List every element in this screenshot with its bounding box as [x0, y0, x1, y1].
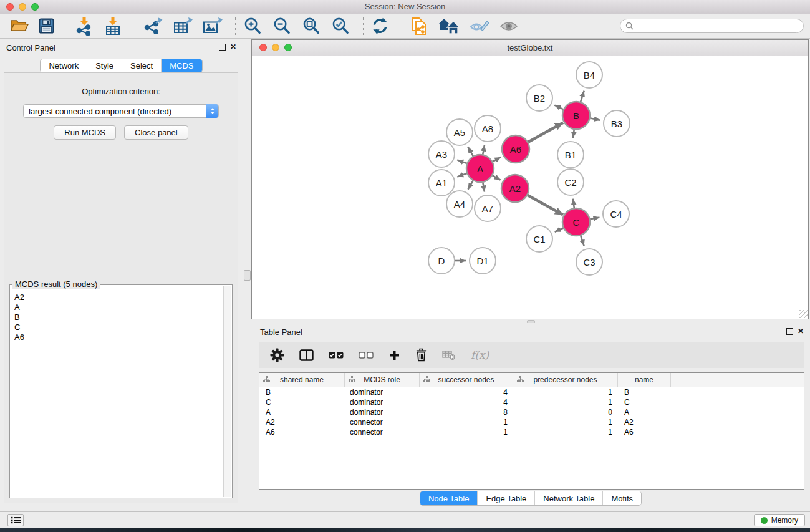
panel-divider[interactable]	[243, 39, 251, 511]
memory-status-button[interactable]: Memory	[754, 514, 805, 526]
zoom-selected-button[interactable]	[331, 16, 350, 36]
mcds-result-item[interactable]: B	[14, 312, 223, 322]
node-C[interactable]: C	[562, 208, 590, 236]
optimization-criterion-select[interactable]: largest connected component (directed)	[23, 104, 219, 118]
column-header-predecessor-nodes[interactable]: predecessor nodes	[513, 373, 618, 387]
edge-A-A1[interactable]	[457, 173, 467, 177]
edge-A-A4[interactable]	[468, 180, 474, 190]
function-builder-button[interactable]: f(x)	[471, 349, 489, 361]
close-panel-button[interactable]: ✕	[229, 42, 238, 51]
tab-mcds[interactable]: MCDS	[161, 59, 201, 72]
edge-C-C4[interactable]	[590, 217, 600, 219]
zoom-in-button[interactable]	[243, 16, 263, 36]
node-C1[interactable]: C1	[526, 226, 552, 252]
node-A8[interactable]: A8	[475, 115, 501, 142]
edge-A2-C[interactable]	[527, 195, 563, 215]
edge-A-A2[interactable]	[492, 175, 501, 180]
edge-A6-B[interactable]	[528, 123, 563, 143]
add-row-button[interactable]	[388, 349, 400, 361]
edge-A-A6[interactable]	[492, 157, 501, 162]
edge-C-C2[interactable]	[573, 199, 574, 209]
home-button[interactable]	[438, 18, 460, 34]
table-tab-edge-table[interactable]: Edge Table	[477, 491, 534, 505]
zoom-fit-button[interactable]	[302, 16, 321, 36]
table-row[interactable]: A2connector11A2	[259, 417, 804, 427]
mcds-result-item[interactable]: A2	[14, 293, 223, 302]
edge-A-A5[interactable]	[468, 147, 473, 157]
node-A1[interactable]: A1	[428, 170, 455, 196]
column-header-mcds-role[interactable]: MCDS role	[345, 373, 420, 387]
export-network-button[interactable]	[143, 17, 163, 36]
mcds-result-item[interactable]: C	[14, 322, 223, 332]
table-row[interactable]: Bdominator41B	[259, 387, 804, 397]
node-C3[interactable]: C3	[576, 249, 602, 275]
table-settings-button[interactable]	[270, 348, 284, 362]
table-row[interactable]: A6connector11A6	[259, 427, 804, 437]
zoom-out-button[interactable]	[272, 16, 292, 36]
column-header-shared-name[interactable]: shared name	[259, 373, 345, 387]
node-B4[interactable]: B4	[576, 62, 602, 88]
float-panel-button[interactable]	[218, 42, 226, 51]
run-mcds-button[interactable]: Run MCDS	[54, 125, 116, 140]
edge-A-A7[interactable]	[483, 182, 485, 192]
edge-B-B1[interactable]	[573, 129, 574, 138]
open-session-button[interactable]	[10, 18, 29, 34]
edge-B-B2[interactable]	[554, 105, 564, 110]
edge-C-C3[interactable]	[581, 235, 584, 246]
column-header-successor-nodes[interactable]: successor nodes	[420, 373, 513, 387]
table-tab-node-table[interactable]: Node Table	[420, 491, 478, 505]
refresh-view-button[interactable]	[371, 17, 389, 35]
export-image-button[interactable]	[203, 17, 223, 36]
edge-C-C1[interactable]	[555, 228, 564, 232]
search-input[interactable]	[637, 21, 795, 31]
edge-B-B3[interactable]	[590, 118, 600, 120]
table-row[interactable]: Adominator80A	[259, 407, 804, 417]
node-B2[interactable]: B2	[526, 85, 552, 111]
tab-style[interactable]: Style	[87, 59, 122, 72]
tab-network[interactable]: Network	[41, 59, 87, 72]
tab-select[interactable]: Select	[122, 59, 161, 72]
import-network-button[interactable]	[75, 17, 94, 36]
node-C2[interactable]: C2	[557, 169, 584, 195]
edge-A-A8[interactable]	[483, 145, 485, 155]
clone-network-button[interactable]	[410, 17, 428, 36]
node-A6[interactable]: A6	[502, 135, 529, 163]
result-scrollbar[interactable]	[223, 286, 231, 497]
network-canvas[interactable]: B4B2BB3A8A5A6A3B1AC2A1A2A4A7C4CC1DD1C3	[252, 56, 808, 319]
mcds-result-item[interactable]: A6	[14, 332, 223, 342]
node-A2[interactable]: A2	[501, 175, 529, 202]
float-table-panel-button[interactable]	[785, 327, 794, 336]
save-session-button[interactable]	[39, 18, 54, 34]
node-B[interactable]: B	[562, 102, 590, 129]
export-table-button[interactable]	[173, 17, 193, 36]
node-D[interactable]: D	[428, 248, 455, 274]
window-resize-grip[interactable]	[799, 310, 808, 318]
divider-grip[interactable]	[244, 270, 251, 281]
select-all-button[interactable]	[329, 352, 344, 359]
node-A5[interactable]: A5	[446, 119, 473, 145]
edge-B-B4[interactable]	[581, 91, 584, 102]
node-A7[interactable]: A7	[475, 195, 501, 221]
table-tab-motifs[interactable]: Motifs	[602, 491, 641, 505]
edge-A-A3[interactable]	[457, 160, 467, 163]
node-C4[interactable]: C4	[603, 201, 629, 227]
node-B3[interactable]: B3	[604, 110, 630, 137]
mcds-result-item[interactable]: A	[14, 302, 223, 312]
node-A[interactable]: A	[466, 155, 494, 182]
import-table-button[interactable]	[104, 17, 122, 36]
node-B1[interactable]: B1	[557, 142, 584, 168]
toggle-visibility-button[interactable]	[470, 19, 489, 34]
node-A4[interactable]: A4	[446, 191, 473, 217]
delete-table-button[interactable]	[442, 349, 456, 360]
column-header-name[interactable]: name	[618, 373, 671, 387]
node-D1[interactable]: D1	[470, 248, 496, 274]
table-row[interactable]: Cdominator41C	[259, 397, 804, 407]
close-panel-action-button[interactable]: Close panel	[124, 125, 188, 140]
delete-row-button[interactable]	[415, 348, 427, 362]
node-A3[interactable]: A3	[428, 141, 455, 167]
close-table-panel-button[interactable]: ✕	[796, 327, 805, 336]
table-tab-network-table[interactable]: Network Table	[534, 491, 602, 505]
deselect-all-button[interactable]	[359, 352, 374, 359]
column-layout-button[interactable]	[299, 349, 314, 361]
task-history-button[interactable]	[7, 514, 24, 526]
